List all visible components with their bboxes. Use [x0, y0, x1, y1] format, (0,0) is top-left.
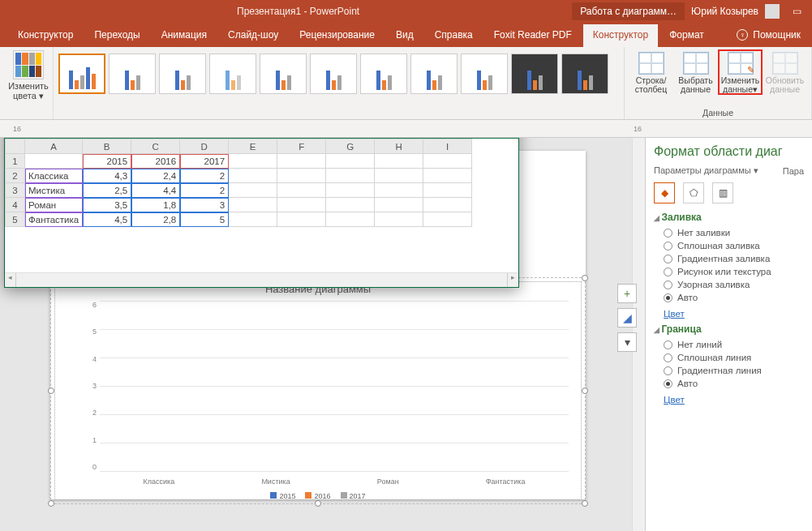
chart-style-4[interactable] — [209, 54, 256, 94]
format-pane[interactable]: Формат области диаг Параметры диаграммы … — [645, 138, 812, 531]
cell[interactable]: 2,4 — [131, 169, 180, 183]
cell[interactable]: 4,4 — [131, 183, 180, 198]
cell[interactable]: Фантастика — [25, 212, 83, 227]
legend-item[interactable]: 2016 — [305, 492, 330, 500]
cell[interactable] — [423, 154, 472, 169]
tell-me[interactable]: ♀ Помощник — [725, 24, 812, 47]
chart-style-1[interactable] — [58, 54, 105, 94]
cell[interactable] — [375, 169, 423, 183]
col-header[interactable]: E — [229, 139, 277, 154]
tab-help[interactable]: Справка — [425, 24, 483, 47]
tab-chart-format[interactable]: Формат — [659, 24, 714, 47]
cell[interactable] — [326, 169, 375, 183]
fill-option[interactable]: Авто — [664, 293, 804, 302]
border-option[interactable]: Авто — [664, 379, 804, 388]
chart-legend[interactable]: 201520162017 — [51, 492, 585, 500]
horizontal-scrollbar[interactable]: ◂▸ — [5, 272, 518, 287]
border-color-link[interactable]: Цвет — [664, 395, 804, 405]
bar-groups[interactable] — [100, 301, 569, 471]
cell[interactable]: 2016 — [131, 154, 180, 169]
chart-data-window[interactable]: 💾 ↶ ↷ ▦ Диаграмма в Microsoft PowerPoint… — [4, 138, 519, 288]
chart-tools-context-tab[interactable]: Работа с диаграмм… — [572, 2, 685, 20]
cell[interactable]: 4,5 — [83, 212, 131, 227]
legend-item[interactable]: 2015 — [270, 492, 295, 500]
tab-view[interactable]: Вид — [386, 24, 423, 47]
chart-styles-button[interactable]: ◢ — [617, 308, 637, 328]
col-header[interactable]: I — [423, 139, 472, 154]
cell[interactable] — [277, 212, 326, 227]
tab-review[interactable]: Рецензирование — [290, 24, 385, 47]
excel-title-bar[interactable]: 💾 ↶ ↷ ▦ Диаграмма в Microsoft PowerPoint… — [5, 138, 518, 139]
col-header[interactable]: A — [25, 139, 83, 154]
tab-animations[interactable]: Анимация — [152, 24, 217, 47]
row-header[interactable]: 2 — [6, 169, 25, 183]
ribbon-display-options-icon[interactable]: ▭ — [786, 1, 807, 22]
cell[interactable]: 2017 — [180, 154, 229, 169]
cell[interactable] — [326, 212, 375, 227]
chart-filters-button[interactable]: ▾ — [617, 332, 637, 352]
col-header[interactable]: H — [375, 139, 423, 154]
border-option[interactable]: Сплошная линия — [664, 353, 804, 362]
chart-styles-gallery[interactable] — [58, 50, 619, 94]
switch-row-column-button[interactable]: Строка/ столбец — [629, 50, 672, 94]
cell[interactable]: Классика — [25, 169, 83, 183]
cell[interactable]: Роман — [25, 198, 83, 212]
col-header[interactable]: F — [277, 139, 326, 154]
select-data-button[interactable]: Выбрать данные — [674, 50, 717, 94]
cell[interactable] — [423, 198, 472, 212]
col-header[interactable]: C — [131, 139, 180, 154]
chart-style-9[interactable] — [461, 54, 508, 94]
avatar[interactable] — [765, 4, 780, 19]
cell[interactable] — [229, 212, 277, 227]
cell[interactable] — [326, 183, 375, 198]
effects-tab-icon[interactable]: ⬠ — [683, 182, 704, 203]
border-option[interactable]: Нет линий — [664, 340, 804, 349]
chart-style-10[interactable] — [511, 54, 558, 94]
size-tab-icon[interactable]: ▥ — [712, 182, 733, 203]
spreadsheet[interactable]: ABCDEFGHI12015201620172Классика4,32,423М… — [5, 139, 518, 272]
cell[interactable] — [229, 169, 277, 183]
chart-style-2[interactable] — [109, 54, 156, 94]
legend-item[interactable]: 2017 — [341, 492, 366, 500]
tab-chart-design[interactable]: Конструктор — [583, 24, 658, 47]
border-option[interactable]: Градиентная линия — [664, 366, 804, 375]
slide-canvas[interactable]: Название диаграммы 6543210 КлассикаМисти… — [0, 138, 645, 531]
cell[interactable] — [375, 183, 423, 198]
chart-elements-button[interactable]: + — [617, 284, 637, 303]
fill-line-tab-icon[interactable]: ◆ — [654, 182, 675, 203]
tab-transitions[interactable]: Переходы — [84, 24, 149, 47]
format-pane-subtitle[interactable]: Параметры диаграммы — [654, 165, 751, 175]
cell[interactable]: Мистика — [25, 183, 83, 198]
chart-style-11[interactable] — [561, 54, 608, 94]
cell[interactable]: 2 — [180, 183, 229, 198]
cell[interactable] — [229, 154, 277, 169]
cell[interactable] — [326, 154, 375, 169]
fill-option[interactable]: Рисунок или текстура — [664, 267, 804, 276]
plot-area[interactable]: 6543210 — [84, 301, 569, 471]
change-colors-button[interactable]: Изменить цвета ▾ — [5, 50, 52, 101]
fill-option[interactable]: Сплошная заливка — [664, 241, 804, 251]
row-header[interactable]: 5 — [6, 212, 25, 227]
cell[interactable] — [423, 212, 472, 227]
cell[interactable] — [423, 169, 472, 183]
chart-style-5[interactable] — [260, 54, 307, 94]
cell[interactable] — [229, 183, 277, 198]
cell[interactable]: 4,3 — [83, 169, 131, 183]
cell[interactable]: 2,8 — [131, 212, 180, 227]
cell[interactable] — [375, 154, 423, 169]
cell[interactable] — [277, 183, 326, 198]
cell[interactable]: 3,5 — [83, 198, 131, 212]
row-header[interactable]: 3 — [6, 183, 25, 198]
chart-object[interactable]: Название диаграммы 6543210 КлассикаМисти… — [50, 277, 586, 504]
fill-option[interactable]: Нет заливки — [664, 228, 804, 238]
cell[interactable] — [375, 212, 423, 227]
chart-style-7[interactable] — [360, 54, 407, 94]
tab-foxit[interactable]: Foxit Reader PDF — [484, 24, 582, 47]
tab-design-presentation[interactable]: Конструктор — [8, 24, 83, 47]
cell[interactable] — [423, 183, 472, 198]
edit-data-button[interactable]: ✎Изменить данные▾ — [719, 50, 762, 94]
cell[interactable] — [25, 154, 83, 169]
border-section-header[interactable]: Граница — [654, 323, 804, 335]
cell[interactable]: 3 — [180, 198, 229, 212]
cell[interactable]: 2 — [180, 169, 229, 183]
